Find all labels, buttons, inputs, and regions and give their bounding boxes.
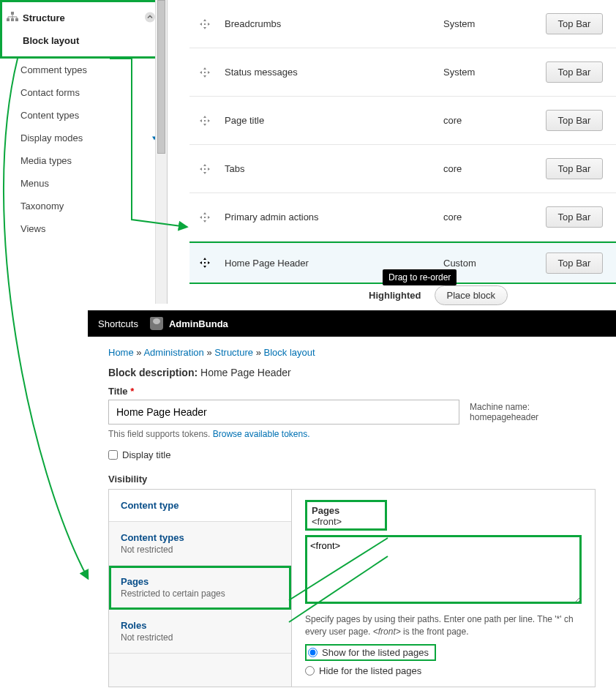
sidebar-item[interactable]: Taxonomy	[0, 195, 167, 217]
block-row: Page titlecoreTop Bar	[189, 97, 616, 145]
region-select-button[interactable]: Top Bar	[546, 158, 603, 179]
block-table-region: BreadcrumbsSystemTop BarStatus messagesS…	[168, 0, 616, 304]
sidebar-label: Media types	[20, 155, 72, 166]
region-select-button[interactable]: Top Bar	[546, 206, 603, 228]
visibility-tabs: Content typeContent typesNot restrictedP…	[108, 489, 596, 687]
display-title-label: Display title	[122, 449, 170, 460]
sidebar-label: Taxonomy	[20, 201, 64, 212]
pages-textarea[interactable]	[305, 535, 582, 604]
sidebar: Structure Block layout Comment typesCont…	[0, 0, 168, 304]
vtab-subtitle: Restricted to certain pages	[121, 588, 279, 599]
drag-handle-icon[interactable]	[189, 19, 220, 29]
vtab-title: Content types	[121, 532, 279, 543]
display-title-checkbox[interactable]	[108, 450, 118, 460]
collapse-icon[interactable]	[144, 11, 156, 25]
title-input[interactable]	[108, 400, 459, 425]
visibility-heading: Visibility	[108, 474, 596, 485]
toolbar-shortcuts[interactable]: Shortcuts	[98, 318, 138, 329]
block-settings-panel: Shortcuts AdminBunda Home » Administrati…	[88, 310, 616, 687]
block-row: Primary admin actionscoreTop Bar	[189, 193, 616, 242]
drag-handle-icon[interactable]	[189, 67, 220, 78]
pages-preview: <front>	[312, 516, 380, 527]
user-icon	[150, 317, 163, 330]
crumb[interactable]: Structure	[214, 347, 253, 358]
svg-rect-1	[7, 18, 10, 21]
crumb[interactable]: Home	[108, 347, 134, 358]
tokens-help: This field supports tokens. Browse avail…	[108, 429, 596, 439]
region-select-button[interactable]: Top Bar	[546, 61, 603, 83]
sidebar-label: Content types	[20, 110, 79, 121]
radio-show-label: Show for the listed pages	[322, 647, 429, 658]
block-category: System	[443, 18, 546, 29]
sidebar-item[interactable]: Views	[0, 217, 167, 240]
drag-handle-icon[interactable]	[189, 212, 220, 223]
block-row: TabscoreTop Bar	[189, 145, 616, 193]
sidebar-label: Comment types	[20, 64, 87, 75]
drag-handle-icon[interactable]	[189, 258, 220, 268]
title-label: Title *	[108, 386, 596, 397]
sidebar-item-block-layout[interactable]: Block layout	[2, 29, 165, 52]
block-category: System	[443, 67, 546, 78]
sidebar-label: Display modes	[20, 132, 83, 143]
sidebar-item-structure[interactable]: Structure	[2, 7, 165, 29]
sidebar-item[interactable]: Display modes	[0, 127, 167, 149]
machine-name: Machine name: homepageheader	[470, 402, 596, 422]
visibility-pane-pages: Pages <front> Specify pages by using the…	[292, 490, 595, 687]
structure-icon	[7, 12, 18, 24]
sidebar-highlight: Structure Block layout	[0, 0, 167, 59]
sidebar-label: Structure	[23, 12, 65, 23]
block-row: Status messagesSystemTop Bar	[189, 48, 616, 97]
sidebar-item[interactable]: Contact forms	[0, 81, 167, 104]
svg-rect-10	[204, 262, 206, 263]
block-name: Primary admin actions	[220, 212, 443, 223]
drag-handle-icon[interactable]	[189, 116, 220, 126]
tokens-link[interactable]: Browse available tokens.	[213, 429, 310, 439]
visibility-tab[interactable]: PagesRestricted to certain pages	[109, 566, 291, 610]
region-select-button[interactable]: Top Bar	[546, 110, 603, 131]
block-name: Breadcrumbs	[220, 18, 443, 29]
sidebar-item[interactable]: Content types	[0, 104, 167, 127]
svg-rect-5	[204, 23, 206, 25]
drag-tooltip: Drag to re-order	[383, 269, 457, 285]
block-category: core	[443, 163, 546, 174]
visibility-tab[interactable]: Content type	[109, 490, 291, 522]
vtab-title: Content type	[121, 500, 279, 511]
radio-hide[interactable]	[305, 666, 315, 676]
region-select-button[interactable]: Top Bar	[546, 13, 603, 34]
svg-rect-7	[204, 120, 206, 121]
sidebar-item[interactable]: Comment types	[0, 59, 167, 81]
sidebar-item[interactable]: Menus	[0, 172, 167, 195]
visibility-tab[interactable]: Content typesNot restricted	[109, 522, 291, 566]
pages-help: Specify pages by using their paths. Ente…	[305, 613, 582, 638]
svg-rect-0	[11, 12, 14, 15]
section-label: Highlighted	[369, 290, 421, 301]
block-name: Status messages	[220, 67, 443, 78]
vtab-title: Pages	[121, 576, 279, 587]
place-block-button[interactable]: Place block	[435, 285, 508, 305]
sidebar-scrollbar[interactable]	[155, 0, 167, 304]
svg-rect-6	[204, 72, 206, 73]
block-row: BreadcrumbsSystemTop Bar	[189, 0, 616, 48]
toolbar-user[interactable]: AdminBunda	[150, 317, 228, 330]
crumb[interactable]: Administration	[143, 347, 203, 358]
sidebar-label: Views	[20, 223, 45, 234]
crumb[interactable]: Block layout	[264, 347, 315, 358]
block-name: Home Page Header	[220, 258, 443, 269]
pages-label-box: Pages <front>	[305, 500, 387, 531]
radio-show[interactable]	[308, 648, 318, 657]
sidebar-label: Block layout	[23, 35, 79, 46]
drag-handle-icon[interactable]	[189, 164, 220, 174]
sidebar-label: Menus	[20, 178, 49, 189]
toolbar-username: AdminBunda	[169, 318, 228, 329]
svg-rect-2	[11, 18, 14, 21]
svg-point-4	[145, 12, 155, 22]
region-select-button[interactable]: Top Bar	[546, 253, 603, 274]
pages-heading: Pages	[312, 505, 380, 516]
block-category: Custom	[443, 258, 546, 269]
block-name: Tabs	[220, 163, 443, 174]
vtab-title: Roles	[121, 620, 279, 631]
sidebar-item[interactable]: Media types	[0, 149, 167, 172]
block-category: core	[443, 212, 546, 223]
visibility-tab[interactable]: RolesNot restricted	[109, 610, 291, 654]
scrollbar-thumb[interactable]	[157, 0, 165, 154]
